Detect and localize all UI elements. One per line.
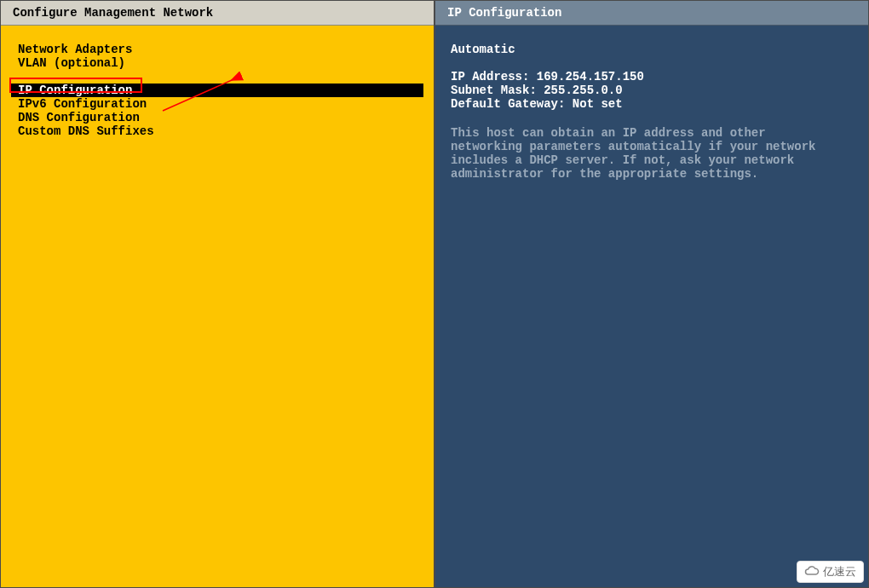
menu-item-vlan-optional[interactable]: VLAN (optional) xyxy=(11,56,423,70)
ip-mode: Automatic xyxy=(451,43,853,56)
left-pane: Configure Management Network Network Ada… xyxy=(0,0,434,588)
detail-line: Default Gateway: Not set xyxy=(451,97,853,111)
menu-item-ipv6-configuration[interactable]: IPv6 Configuration xyxy=(11,97,423,111)
menu-item-custom-dns-suffixes[interactable]: Custom DNS Suffixes xyxy=(11,124,423,138)
detail-line: Subnet Mask: 255.255.0.0 xyxy=(451,84,853,97)
menu-item-dns-configuration[interactable]: DNS Configuration xyxy=(11,111,423,124)
left-title: Configure Management Network xyxy=(1,1,434,26)
app-root: Configure Management Network Network Ada… xyxy=(0,0,869,588)
menu-item-network-adapters[interactable]: Network Adapters xyxy=(11,43,423,56)
right-pane: IP Configuration Automatic IP Address: 1… xyxy=(434,0,869,588)
watermark-badge: 亿速云 xyxy=(797,561,864,583)
detail-line: IP Address: 169.254.157.150 xyxy=(451,70,853,84)
menu-item-ip-configuration[interactable]: IP Configuration xyxy=(11,84,423,97)
watermark-text: 亿速云 xyxy=(823,564,856,579)
right-title: IP Configuration xyxy=(435,1,868,26)
cloud-icon xyxy=(804,564,820,579)
details-container: Automatic IP Address: 169.254.157.150Sub… xyxy=(435,26,868,587)
menu-container: Network AdaptersVLAN (optional)IP Config… xyxy=(1,26,434,587)
help-text: This host can obtain an IP address and o… xyxy=(451,126,843,181)
